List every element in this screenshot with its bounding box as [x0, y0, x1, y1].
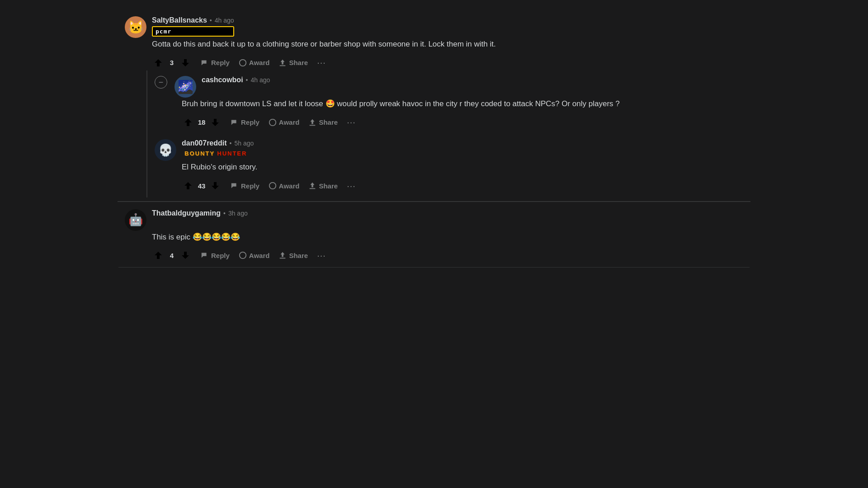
comment-actions-thatbald: 4 Reply Award Share ···: [152, 248, 743, 263]
upvote-thatbald[interactable]: [152, 249, 165, 262]
page-container: SaltyBallsnacks • 4h ago pcmr Gotta do t…: [118, 9, 750, 267]
flair-pcmr: pcmr: [152, 26, 234, 37]
award-btn-thatbald[interactable]: Award: [235, 249, 274, 262]
downvote-dan[interactable]: [209, 179, 222, 192]
comment-text-salty: Gotta do this and back it up to a clothi…: [152, 38, 743, 50]
award-btn-salty[interactable]: Award: [235, 56, 274, 70]
comment-actions-cash: 18 Reply Award: [182, 114, 736, 130]
downvote-cash[interactable]: [209, 116, 222, 129]
upvote-dan[interactable]: [182, 179, 194, 192]
vote-count-dan: 43: [197, 182, 206, 190]
share-btn-dan[interactable]: Share: [305, 179, 341, 192]
upvote-cash[interactable]: [182, 116, 194, 129]
comment-cash: − cashcowboi • 4h ago Bruh bring it down…: [147, 70, 743, 134]
downvote-salty[interactable]: [179, 56, 192, 69]
username-salty: SaltyBallsnacks: [152, 16, 207, 24]
avatar-thatbald: [125, 209, 146, 231]
vote-section-salty: 3: [152, 56, 192, 69]
timestamp-dan: 5h ago: [235, 140, 254, 147]
svg-point-0: [240, 59, 246, 66]
timestamp-salty: 4h ago: [215, 17, 234, 24]
reply-btn-thatbald[interactable]: Reply: [197, 249, 233, 262]
username-cash: cashcowboi: [202, 76, 243, 84]
comment-body-dan: El Rubio's origin story.: [182, 161, 736, 173]
award-btn-dan[interactable]: Award: [265, 179, 303, 192]
timestamp-thatbald: 3h ago: [228, 210, 248, 217]
timestamp-cash: 4h ago: [250, 76, 270, 84]
comment-thatbald: Thatbaldguygaming • 3h ago This is epic …: [118, 202, 750, 267]
username-dan: dan007reddit: [182, 139, 227, 147]
comment-actions-salty: 3 Reply Award Share ···: [152, 55, 743, 70]
vote-count-cash: 18: [197, 118, 206, 126]
comment-dan: dan007reddit • 5h ago BOUNTY HUNTER El R…: [147, 134, 743, 197]
share-btn-thatbald[interactable]: Share: [275, 249, 311, 262]
reply-btn-dan[interactable]: Reply: [227, 179, 263, 192]
username-thatbald: Thatbaldguygaming: [152, 209, 221, 217]
comment-body-thatbald: This is epic 😂😂😂😂😂: [152, 231, 743, 243]
nested-group-salty: − cashcowboi • 4h ago Bruh bring it down…: [146, 70, 743, 197]
more-btn-dan[interactable]: ···: [343, 178, 359, 194]
comments-area: SaltyBallsnacks • 4h ago pcmr Gotta do t…: [118, 9, 750, 267]
vote-count-salty: 3: [167, 59, 176, 66]
flair-bounty: BOUNTY HUNTER: [182, 149, 254, 158]
svg-point-3: [240, 252, 246, 258]
vote-section-cash: 18: [182, 116, 222, 129]
avatar-cash: [175, 76, 196, 98]
downvote-thatbald[interactable]: [179, 249, 192, 262]
comment-text-thatbald: This is epic 😂😂😂😂😂: [152, 231, 743, 243]
collapse-btn-cash[interactable]: −: [155, 76, 167, 89]
share-btn-cash[interactable]: Share: [305, 116, 341, 129]
upvote-salty[interactable]: [152, 56, 165, 69]
vote-section-dan: 43: [182, 179, 222, 192]
reply-btn-cash[interactable]: Reply: [227, 116, 263, 129]
comment-actions-dan: 43 Reply Award: [182, 178, 736, 194]
comment-body-cash: Bruh bring it downtown LS and let it loo…: [182, 98, 736, 110]
avatar-dan: [155, 139, 176, 161]
comment-body-salty: Gotta do this and back it up to a clothi…: [152, 38, 743, 50]
share-btn-salty[interactable]: Share: [275, 56, 311, 70]
comment-text-cash: Bruh bring it downtown LS and let it loo…: [182, 98, 736, 110]
more-btn-thatbald[interactable]: ···: [313, 248, 330, 263]
vote-count-thatbald: 4: [167, 252, 176, 259]
award-btn-cash[interactable]: Award: [265, 116, 303, 129]
vote-section-thatbald: 4: [152, 249, 192, 262]
svg-point-2: [269, 183, 276, 189]
svg-point-1: [269, 119, 276, 126]
comment-salty: SaltyBallsnacks • 4h ago pcmr Gotta do t…: [118, 9, 750, 202]
more-btn-cash[interactable]: ···: [343, 114, 359, 130]
more-btn-salty[interactable]: ···: [313, 55, 330, 70]
comment-text-dan: El Rubio's origin story.: [182, 161, 736, 173]
avatar-salty: [125, 16, 146, 38]
reply-btn-salty[interactable]: Reply: [197, 56, 233, 70]
